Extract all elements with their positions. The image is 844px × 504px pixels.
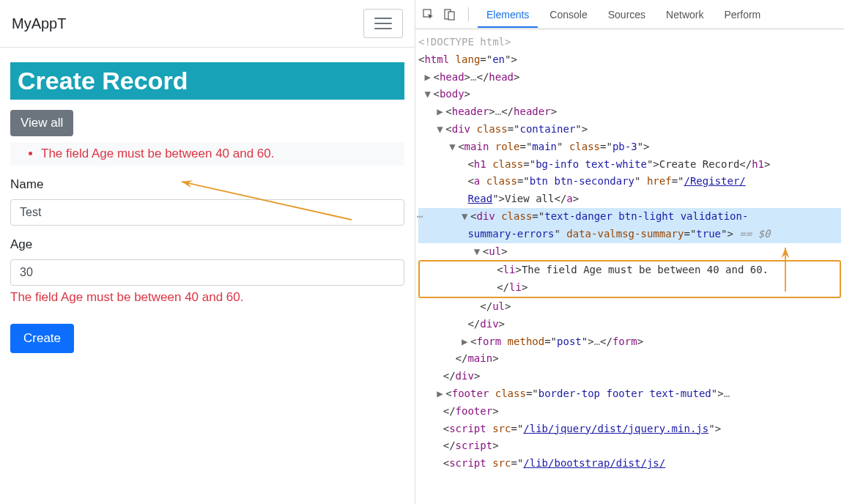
create-button[interactable]: Create: [10, 324, 74, 353]
name-input[interactable]: [10, 199, 404, 226]
doctype-node: <!DOCTYPE html>: [418, 36, 511, 48]
highlighted-li-box: <li>The field Age must be between 40 and…: [418, 260, 841, 298]
app-pane: MyAppT Create Record View all The field …: [0, 0, 415, 504]
navbar: MyAppT: [0, 0, 415, 48]
inspect-icon[interactable]: [421, 7, 436, 22]
validation-summary: The field Age must be between 40 and 60.: [10, 142, 404, 166]
dom-tree[interactable]: <!DOCTYPE html> <html lang="en"> ▶<head>…: [415, 29, 844, 477]
selected-dom-node[interactable]: ⋯ ▼<div class="text-danger btn-light val…: [418, 208, 841, 226]
brand-label[interactable]: MyAppT: [12, 15, 66, 32]
svg-rect-2: [448, 12, 454, 20]
age-label: Age: [10, 237, 404, 252]
age-input[interactable]: [10, 259, 404, 286]
age-error: The field Age must be between 40 and 60.: [10, 290, 404, 305]
devtools-pane: Elements Console Sources Network Perform…: [415, 0, 844, 504]
page-title: Create Record: [10, 62, 404, 100]
tab-sources[interactable]: Sources: [599, 1, 654, 28]
name-label: Name: [10, 177, 404, 192]
view-all-button[interactable]: View all: [10, 110, 73, 136]
app-body: Create Record View all The field Age mus…: [0, 48, 415, 353]
tab-console[interactable]: Console: [541, 1, 596, 28]
tab-network[interactable]: Network: [657, 1, 712, 28]
age-group: Age The field Age must be between 40 and…: [10, 237, 404, 305]
validation-summary-item: The field Age must be between 40 and 60.: [41, 147, 401, 161]
tab-divider: [468, 7, 469, 22]
tab-elements[interactable]: Elements: [478, 1, 538, 28]
navbar-toggler-button[interactable]: [363, 9, 403, 38]
device-icon[interactable]: [442, 7, 456, 22]
tab-performance[interactable]: Perform: [715, 1, 769, 28]
devtools-tabs: Elements Console Sources Network Perform: [415, 0, 844, 29]
name-group: Name: [10, 177, 404, 226]
